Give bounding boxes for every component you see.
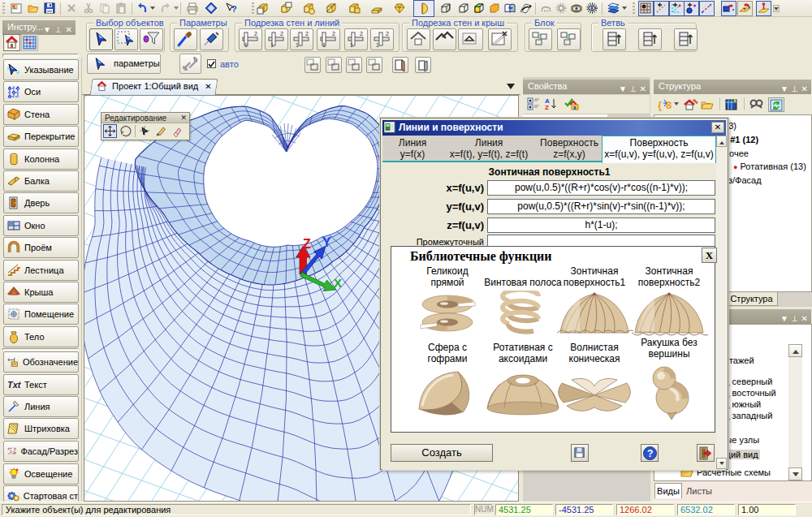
svg-text:2: 2 [254, 31, 257, 37]
svg-text:2: 2 [332, 31, 335, 37]
svg-text:1: 1 [376, 42, 379, 48]
svg-text:2: 2 [280, 31, 283, 37]
svg-text:?: ? [647, 448, 653, 459]
svg-text:2: 2 [360, 31, 363, 37]
svg-text:Z: Z [303, 237, 311, 251]
svg-text:8: 8 [666, 99, 672, 111]
svg-text:X: X [334, 276, 342, 290]
svg-text:?: ? [231, 4, 237, 14]
svg-text:Txt: Txt [7, 380, 21, 390]
svg-text:Z: Z [545, 104, 549, 111]
svg-text:1: 1 [322, 42, 326, 48]
svg-text:1: 1 [350, 42, 353, 48]
svg-text:1: 1 [270, 42, 274, 48]
svg-text:Y: Y [322, 235, 331, 249]
svg-text:1: 1 [296, 42, 299, 48]
svg-text:1-1: 1-1 [10, 449, 16, 454]
svg-text:2: 2 [386, 31, 389, 37]
svg-text:2: 2 [305, 31, 309, 37]
svg-text:1: 1 [244, 42, 248, 48]
svg-text:{: { [658, 99, 662, 111]
